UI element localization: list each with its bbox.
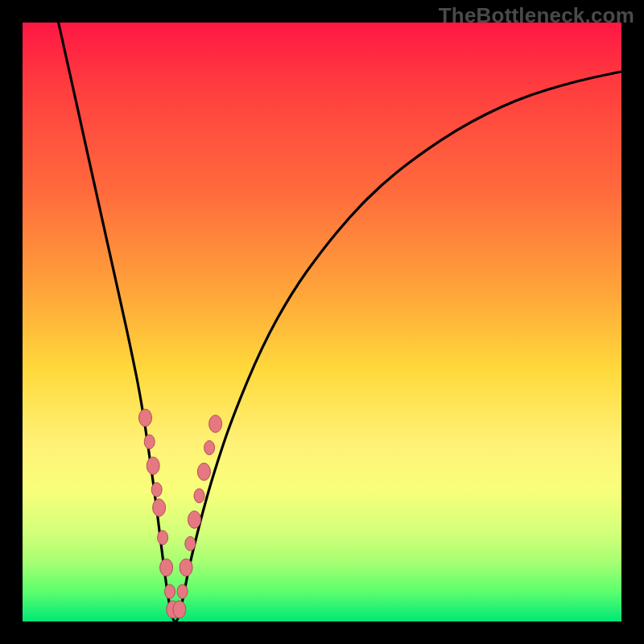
bead [173, 601, 186, 618]
bead [197, 463, 210, 481]
bead [144, 435, 155, 449]
chart-frame: TheBottleneck.com [0, 0, 644, 644]
bead [153, 499, 166, 517]
bead [188, 511, 201, 529]
bead [204, 440, 215, 455]
bead [177, 584, 188, 599]
bead [160, 559, 173, 576]
curve-beads [139, 409, 222, 618]
chart-svg [23, 23, 621, 621]
bead [151, 483, 162, 497]
bottleneck-curve [59, 23, 621, 621]
watermark-text: TheBottleneck.com [439, 3, 634, 28]
bead [180, 559, 192, 576]
bead [139, 409, 152, 427]
bead [185, 537, 196, 551]
plot-area [23, 23, 621, 621]
bead [209, 415, 222, 433]
bead [165, 584, 175, 599]
bead [147, 457, 159, 475]
bead [158, 530, 168, 545]
bead [194, 489, 204, 503]
